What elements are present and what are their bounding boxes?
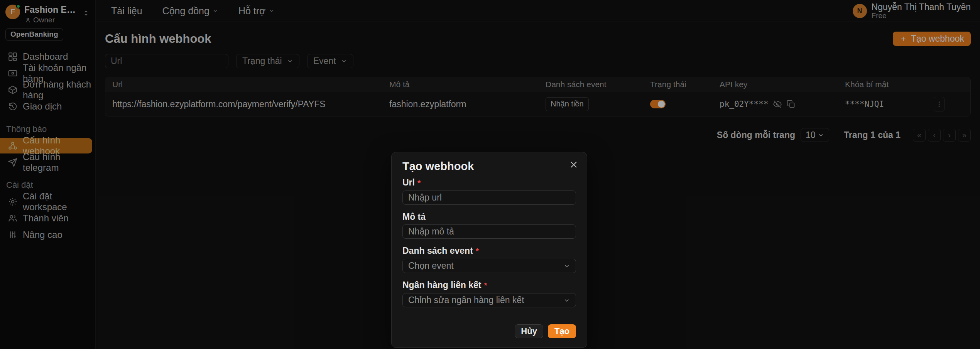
bank-select-value: Chỉnh sửa ngân hàng liên kết [408,295,524,305]
chevron-down-icon [563,263,570,270]
description-field-label: Mô tả [402,212,426,222]
events-field-label: Danh sách event [402,246,473,256]
events-select-value: Chọn event [408,261,454,271]
url-field-label: Url [402,177,415,187]
cancel-button[interactable]: Hủy [515,324,543,338]
events-select[interactable]: Chọn event [402,259,576,273]
modal-title: Tạo webhook [402,160,576,173]
submit-button[interactable]: Tạo [548,324,576,338]
required-mark: * [484,280,487,290]
required-mark: * [476,246,479,256]
bank-field-label: Ngân hàng liên kết [402,280,481,290]
url-field[interactable] [402,191,576,205]
app-screen: F Fashion EzyPlatfor... Owner OpenBankin… [0,0,980,349]
create-webhook-modal: Tạo webhook Url * Mô tả Danh sách event … [391,152,587,348]
bank-select[interactable]: Chỉnh sửa ngân hàng liên kết [402,293,576,307]
chevron-down-icon [563,297,570,304]
description-field[interactable] [402,224,576,239]
close-icon[interactable] [569,160,578,169]
required-mark: * [417,178,421,188]
